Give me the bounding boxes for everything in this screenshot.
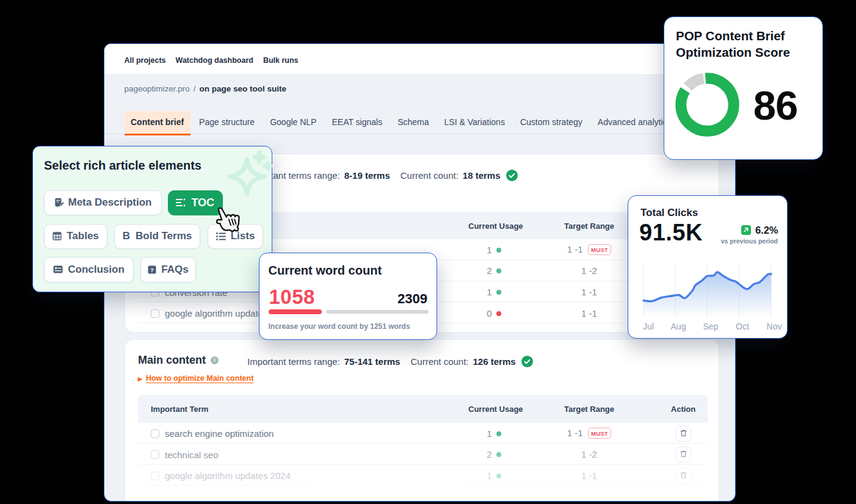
svg-text:?: ? — [150, 266, 154, 273]
